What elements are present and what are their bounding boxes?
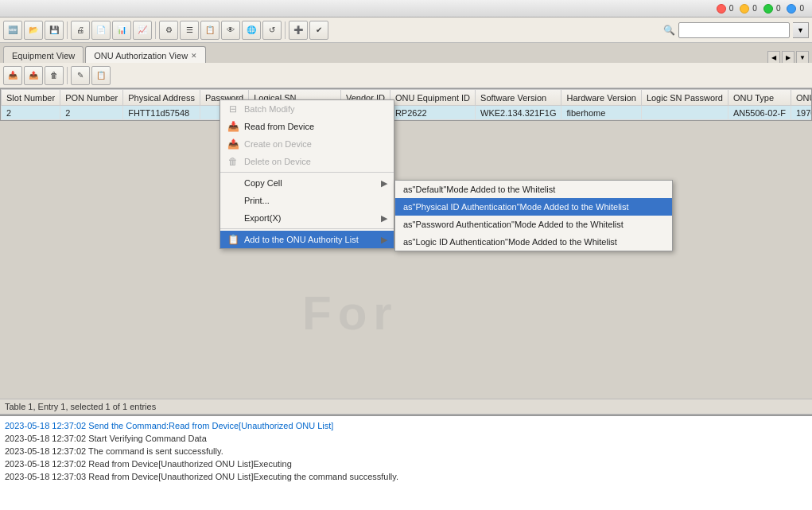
tab-equipment-view[interactable]: Equipment View <box>3 46 84 64</box>
submenu-item-logic-id[interactable]: as"Logic ID Authentication"Mode Added to… <box>395 233 672 251</box>
context-menu-print[interactable]: Print... <box>220 192 394 209</box>
print-label: Print... <box>244 196 270 205</box>
context-menu-separator-1 <box>220 172 394 173</box>
status-text: Table 1, Entry 1, selected 1 of 1 entrie… <box>5 402 156 411</box>
tab-prev-button[interactable]: ◀ <box>767 51 780 64</box>
export-label: Export(X) <box>244 213 281 223</box>
submenu-item-physical-id[interactable]: as"Physical ID Authentication"Mode Added… <box>395 198 672 216</box>
read-from-device-label: Read from Device <box>244 122 314 131</box>
main-toolbar: 🆕 📂 💾 🖨 📄 📊 📈 ⚙ ☰ 📋 👁 🌐 ↺ ➕ ✔ 🔍 ▼ <box>0 18 812 43</box>
minimize-button[interactable] <box>740 4 749 14</box>
open-button[interactable]: 📂 <box>24 21 43 40</box>
network-button[interactable]: 🌐 <box>242 21 261 40</box>
new-button[interactable]: 🆕 <box>3 21 22 40</box>
col-onu-up-time: ONU Up Time <box>791 90 812 106</box>
table-header-row: Slot Number PON Number Physical Address … <box>2 90 813 106</box>
submenu-onu-authority: as"Default"Mode Added to the Whitelist a… <box>394 180 673 251</box>
tab-equipment-view-label: Equipment View <box>12 51 75 60</box>
tab-menu-button[interactable]: ▼ <box>796 51 809 64</box>
tab-navigation: ◀ ▶ ▼ <box>767 51 812 64</box>
table-row[interactable]: 2 2 FHTT11d57548 WKEE2.134.321F1G fiberh… <box>2 106 813 120</box>
search-icon: 🔍 <box>663 25 675 36</box>
main-table-wrapper: Slot Number PON Number Physical Address … <box>0 88 812 121</box>
create-on-device-icon: 📤 <box>227 138 239 150</box>
add-authority-arrow: ▶ <box>381 235 387 245</box>
read-from-device-icon: 📥 <box>227 120 239 133</box>
extra-button[interactable] <box>787 4 796 14</box>
tab-next-button[interactable]: ▶ <box>782 51 795 64</box>
create-device-button[interactable]: 📤 <box>24 66 43 85</box>
toolbar-separator-1 <box>67 21 68 39</box>
batch-modify-label: Batch Modify <box>244 104 295 114</box>
add-authority-label: Add to the ONU Authority List <box>244 235 359 244</box>
search-input[interactable] <box>678 22 790 38</box>
status-bar: Table 1, Entry 1, selected 1 of 1 entrie… <box>0 399 812 415</box>
delete-device-button[interactable]: 🗑 <box>45 66 64 85</box>
submenu-item-logic-id-label: as"Logic ID Authentication"Mode Added to… <box>403 237 617 247</box>
col-pon-number: PON Number <box>60 90 123 106</box>
context-menu: ⊟ Batch Modify 📥 Read from Device 📤 Crea… <box>220 99 394 249</box>
tab-bar: Equipment View ONU Authorization View ✕ … <box>0 43 812 64</box>
toolbar-separator-3 <box>285 21 286 39</box>
context-menu-create-on-device: 📤 Create on Device <box>220 135 394 153</box>
toolbar-separator-2 <box>155 21 156 39</box>
col-software-version: Software Version <box>476 90 561 106</box>
add-button[interactable]: ➕ <box>289 21 308 40</box>
config-button[interactable]: ⚙ <box>159 21 178 40</box>
list-button[interactable]: ☰ <box>180 21 199 40</box>
print-icon <box>227 194 239 207</box>
print-button[interactable]: 🖨 <box>71 21 90 40</box>
yellow-count: 0 <box>752 4 757 13</box>
cell-onu-type: AN5506-02-F <box>728 106 791 120</box>
col-onu-equipment-id: ONU Equipment ID <box>390 90 475 106</box>
submenu-item-default[interactable]: as"Default"Mode Added to the Whitelist <box>395 181 672 198</box>
cell-pon: 2 <box>60 106 123 120</box>
cell-equipment: RP2622 <box>390 106 475 120</box>
auth-list-button[interactable]: 📋 <box>91 66 111 85</box>
tab-onu-authorization-view[interactable]: ONU Authorization View ✕ <box>85 46 206 64</box>
read-button[interactable]: 📥 <box>3 66 22 85</box>
save-button[interactable]: 💾 <box>45 21 64 40</box>
log-area: 2023-05-18 12:37:02 Send the Command:Rea… <box>0 415 812 510</box>
submenu-item-password[interactable]: as"Password Authentication"Mode Added to… <box>395 216 672 233</box>
context-menu-add-authority[interactable]: 📋 Add to the ONU Authority List ▶ <box>220 231 394 248</box>
batch-modify-button[interactable]: ✎ <box>71 66 90 85</box>
log-line-0[interactable]: 2023-05-18 12:37:02 Send the Command:Rea… <box>5 419 807 432</box>
red-count: 0 <box>729 4 734 13</box>
export-icon <box>227 212 239 224</box>
export-button[interactable]: 📊 <box>112 21 131 40</box>
print2-button[interactable]: 📄 <box>91 21 111 40</box>
toolbar-right: 🔍 ▼ <box>663 22 809 38</box>
apply-button[interactable]: ✔ <box>309 21 328 40</box>
view-button[interactable]: 👁 <box>221 21 240 40</box>
tab-close-icon[interactable]: ✕ <box>191 52 197 60</box>
context-menu-copy-cell[interactable]: Copy Cell ▶ <box>220 174 394 192</box>
search-dropdown-button[interactable]: ▼ <box>793 22 809 38</box>
log-line-1: 2023-05-18 12:37:02 Start Verifying Comm… <box>5 432 807 445</box>
cell-hardware: fiberhome <box>561 106 641 120</box>
col-logic-sn-password: Logic SN Password <box>641 90 728 106</box>
submenu-item-password-label: as"Password Authentication"Mode Added to… <box>403 220 624 229</box>
create-on-device-label: Create on Device <box>244 139 312 149</box>
context-menu-separator-2 <box>220 228 394 229</box>
delete-on-device-label: Delete on Device <box>244 157 311 166</box>
secondary-toolbar: 📥 📤 🗑 ✎ 📋 <box>0 63 812 88</box>
cell-software: WKE2.134.321F1G <box>476 106 561 120</box>
context-menu-export[interactable]: Export(X) ▶ <box>220 209 394 227</box>
col-slot-number: Slot Number <box>2 90 60 106</box>
green-count: 0 <box>776 4 781 13</box>
props-button[interactable]: 📋 <box>200 21 220 40</box>
refresh-button[interactable]: ↺ <box>262 21 282 40</box>
col-physical-address: Physical Address <box>123 90 200 106</box>
maximize-button[interactable] <box>763 4 773 14</box>
batch-modify-icon: ⊟ <box>227 103 239 115</box>
log-line-3: 2023-05-18 12:37:02 Read from Device[Una… <box>5 457 807 470</box>
close-button[interactable] <box>717 4 726 14</box>
context-menu-batch-modify: ⊟ Batch Modify <box>220 100 394 118</box>
log-line-4: 2023-05-18 12:37:03 Read from Device[Una… <box>5 470 807 483</box>
submenu-item-physical-id-label: as"Physical ID Authentication"Mode Added… <box>403 202 629 212</box>
cell-up-time: 1970-01-04 17:57:37 <box>791 106 812 120</box>
chart-button[interactable]: 📈 <box>133 21 152 40</box>
context-menu-read-from-device[interactable]: 📥 Read from Device <box>220 118 394 135</box>
submenu-item-default-label: as"Default"Mode Added to the Whitelist <box>403 185 555 194</box>
